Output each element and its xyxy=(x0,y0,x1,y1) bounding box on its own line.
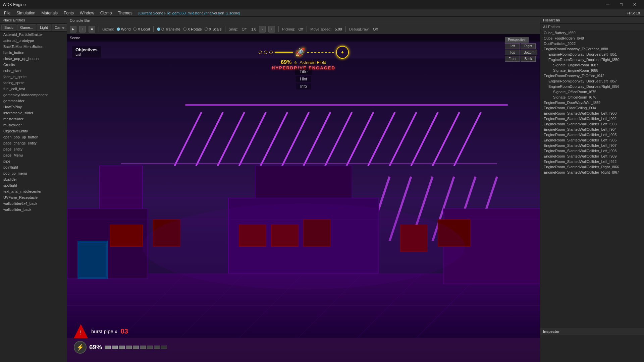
scene-area[interactable]: Scene Perspective Left Right Top Bottom xyxy=(67,34,540,362)
entity-item[interactable]: pointlight xyxy=(0,164,67,170)
entity-item[interactable]: asteroid_prototype xyxy=(0,38,67,44)
entity-item[interactable]: spotlight xyxy=(0,182,67,188)
maximize-button[interactable]: □ xyxy=(614,0,628,9)
entity-item[interactable]: Credits xyxy=(0,62,67,68)
hierarchy-item[interactable]: Signate_EngineRoom_I687 xyxy=(540,62,644,68)
rotate-radio[interactable]: X Rotate xyxy=(183,27,202,31)
hierarchy-item[interactable]: EngineRoom_SlantedWallCollider_Left_I900 xyxy=(540,111,644,116)
entity-item[interactable]: sfxslider xyxy=(0,176,67,182)
menu-fonts[interactable]: Fonts xyxy=(61,10,76,16)
pause-button[interactable]: ⏸ xyxy=(79,26,86,33)
menu-window[interactable]: Window xyxy=(77,10,97,16)
stop-button[interactable]: ■ xyxy=(89,26,95,33)
minimize-button[interactable]: ─ xyxy=(601,0,614,9)
hierarchy-item[interactable]: Signate_EngineRoom_I688 xyxy=(540,68,644,73)
menu-themes[interactable]: Themes xyxy=(115,10,135,16)
entity-item[interactable]: Asteroid_ParticleEmitter xyxy=(0,32,67,38)
burst-pipe-text: burst pipe x xyxy=(91,328,117,334)
entity-item[interactable]: pipe xyxy=(0,158,67,164)
entity-item[interactable]: wallcollider6x4_back xyxy=(0,200,67,206)
entity-item[interactable]: BackToMainMenuButton xyxy=(0,44,67,50)
fuel-icon: ⚡ xyxy=(74,341,87,354)
entity-item[interactable]: wallcollider_back xyxy=(0,206,67,213)
tab-light[interactable]: Light xyxy=(37,24,51,31)
entity-item[interactable]: UVFarm_Receptacle xyxy=(0,194,67,200)
tab-game[interactable]: Game... xyxy=(17,24,36,31)
hierarchy-item[interactable]: EngineRoomDoorway_DoorLeafRight_I856 xyxy=(540,84,644,89)
hierarchy-item[interactable]: EngineRoom_SlantedWallCollider_Left_I906 xyxy=(540,137,644,143)
entity-item[interactable]: page_entity xyxy=(0,146,67,152)
hierarchy-item[interactable]: EngineRoom_SlantedWallCollider_Left_I904 xyxy=(540,127,644,132)
hierarchy-item[interactable]: EngineRoomDoorway_DoorLeafLeft_I857 xyxy=(540,78,644,84)
perspective-view-button[interactable]: Perspective xyxy=(505,37,528,43)
svg-rect-45 xyxy=(79,242,106,278)
entity-item[interactable]: masterslider xyxy=(0,116,67,122)
hierarchy-item[interactable]: EngineRoom_SlantedWallCollider_Left_I922 xyxy=(540,159,644,164)
entity-item[interactable]: pop_up_menu xyxy=(0,170,67,176)
snap-minus-btn[interactable]: - xyxy=(259,26,266,33)
entity-item[interactable]: gameplayuidatacomponent xyxy=(0,92,67,98)
hierarchy-item[interactable]: EngineRoomDoorway_ToOffice_I942 xyxy=(540,73,644,78)
play-button[interactable]: ▶ xyxy=(70,26,76,33)
hierarchy-item[interactable]: EngineRoom_FloorCeiling_I934 xyxy=(540,105,644,111)
scale-radio[interactable]: X Scale xyxy=(205,27,222,31)
gizmo-local-radio[interactable]: X Local xyxy=(133,27,150,31)
entity-item[interactable]: open_pop_up_button xyxy=(0,134,67,140)
hierarchy-item[interactable]: EngineRoomDoorway_ToCorridor_I888 xyxy=(540,46,644,52)
entity-item[interactable]: fading_sprite xyxy=(0,80,67,86)
objective-panel: Objectives List xyxy=(72,46,101,58)
tab-basic[interactable]: Basic xyxy=(1,24,16,31)
entity-item[interactable]: ObjectiveEntity xyxy=(0,128,67,134)
gizmo-world-radio[interactable]: World xyxy=(117,27,131,31)
app-title: WDK Engine xyxy=(3,2,601,7)
menu-file[interactable]: File xyxy=(1,10,13,16)
hierarchy-item[interactable]: Cube_Battery_I659 xyxy=(540,30,644,36)
hierarchy-item[interactable]: EngineRoom_SlantedWallCollider_Right_I86… xyxy=(540,170,644,175)
entity-item[interactable]: HowToPlay xyxy=(0,104,67,110)
fuel-seg-2 xyxy=(112,346,118,349)
hierarchy-item[interactable]: Cube_FoodHidden_I648 xyxy=(540,36,644,41)
hierarchy-item[interactable]: Signate_OfficeRoom_I675 xyxy=(540,89,644,95)
hierarchy-item[interactable]: DustParticles_2022 xyxy=(540,41,644,46)
entity-item[interactable]: page_change_entity xyxy=(0,140,67,146)
hud-circle-2 xyxy=(264,51,267,54)
hud-target-circle: ✦ xyxy=(336,46,349,59)
hierarchy-item[interactable]: EngineRoom_SlantedWallCollider_Left_I907 xyxy=(540,143,644,148)
close-button[interactable]: ✕ xyxy=(628,0,641,9)
entity-item[interactable]: musicslider xyxy=(0,122,67,128)
hierarchy-item[interactable]: EngineRoom_SlantedWallCollider_Left_I902 xyxy=(540,116,644,121)
hierarchy-item[interactable]: EngineRoom_SlantedWallCollider_Left_I909 xyxy=(540,154,644,159)
tab-came[interactable]: Came... xyxy=(52,24,67,31)
menu-gizmo[interactable]: Gizmo xyxy=(98,10,115,16)
translate-radio[interactable]: O Translate xyxy=(157,27,180,31)
hierarchy-item[interactable]: EngineRoom_SlantedWallCollider_Right_I86… xyxy=(540,164,644,170)
entity-item[interactable]: basic_button xyxy=(0,50,67,56)
scene-viewport[interactable]: Perspective Left Right Top Bottom Front … xyxy=(67,34,540,362)
entity-item[interactable]: cube_plant xyxy=(0,68,67,74)
console-bar: Console Bar xyxy=(67,17,540,24)
entity-item[interactable]: close_pop_up_button xyxy=(0,56,67,62)
entity-item[interactable]: text_arial_middlecenter xyxy=(0,188,67,194)
hierarchy-item[interactable]: EngineRoom_DoorWaysWall_I859 xyxy=(540,100,644,105)
hierarchy-item[interactable]: EngineRoomDoorway_DoorLeafRight_I850 xyxy=(540,57,644,62)
menu-simulation[interactable]: Simulation xyxy=(14,10,38,16)
hierarchy-item[interactable]: EngineRoom_SlantedWallCollider_Left_I905 xyxy=(540,132,644,137)
entity-item[interactable]: gammaslider xyxy=(0,98,67,104)
entity-tabs: Basic Game... Light Came... Prefab xyxy=(0,24,67,32)
hierarchy-item[interactable]: Signate_OfficeRoom_I676 xyxy=(540,95,644,100)
bottom-hud: ! burst pipe x 03 ⚡ 69% xyxy=(74,324,167,354)
hierarchy-item[interactable]: EngineRoom_SlantedWallCollider_Left_I903 xyxy=(540,121,644,127)
hierarchy-item[interactable]: EngineRoomDoorway_DoorLeafLeft_I851 xyxy=(540,52,644,57)
hierarchy-item[interactable]: EngineRoom_SlantedWallCollider_Left_I908 xyxy=(540,148,644,154)
entity-item[interactable]: page_Menu xyxy=(0,152,67,158)
ui-title-label: Title xyxy=(295,68,312,75)
entity-item[interactable]: fuel_cell_test xyxy=(0,86,67,92)
debug-draw-value: Off xyxy=(373,27,378,31)
entity-item[interactable]: interactable_slider xyxy=(0,110,67,116)
fuel-seg-8 xyxy=(154,346,160,349)
right-panel: Hierarchy All Entities Cube_Battery_I659… xyxy=(540,17,644,362)
entity-item[interactable]: fade_in_sprite xyxy=(0,74,67,80)
snap-plus-btn[interactable]: + xyxy=(268,26,275,33)
menu-materials[interactable]: Materials xyxy=(39,10,60,16)
hud-warning-icon: ⚠ xyxy=(293,60,298,65)
